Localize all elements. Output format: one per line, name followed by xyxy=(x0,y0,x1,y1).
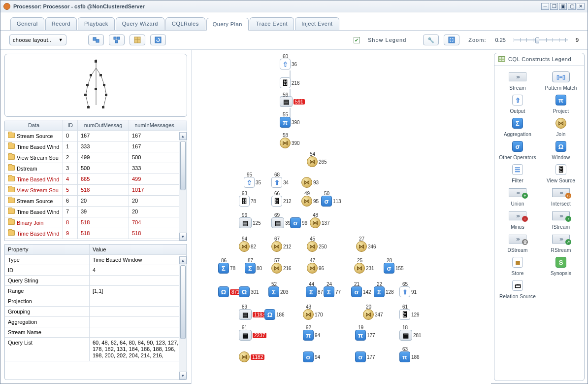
graph-node[interactable]: ⇧91 xyxy=(399,286,417,297)
tab-query-plan[interactable]: Query Plan xyxy=(206,18,249,31)
zoom-slider[interactable] xyxy=(514,35,568,44)
minimize-button[interactable]: ─ xyxy=(541,3,549,10)
graph-node[interactable]: π390 xyxy=(280,117,300,128)
tab-cqlrules[interactable]: CQLRules xyxy=(165,17,205,30)
property-row[interactable]: Query List60, 48, 62, 64, 80, 84, 90, 12… xyxy=(5,338,187,361)
col-value[interactable]: Value xyxy=(90,244,187,255)
col-property[interactable]: Property xyxy=(5,244,90,255)
graph-node[interactable]: ⇧34 xyxy=(271,177,289,188)
graph-node[interactable]: π94 xyxy=(303,330,320,341)
graph-node[interactable]: ⋈1182 xyxy=(239,351,264,362)
collapse-button[interactable] xyxy=(88,35,104,45)
property-row[interactable]: TypeTime Based Window xyxy=(5,255,187,265)
scroll-down-button[interactable]: ▾ xyxy=(179,233,187,241)
graph-node[interactable]: ⋈265 xyxy=(307,156,327,167)
graph-canvas[interactable]: ⇧36🗄216▤591π390⋈390⋈265⇧35⇧34⋈93🗄78🗄212⋈… xyxy=(192,50,491,384)
table-row[interactable]: View Stream Sou55181017 xyxy=(5,185,187,196)
graph-node[interactable]: ▤591 xyxy=(280,96,305,107)
graph-node[interactable]: π186 xyxy=(399,351,420,362)
graph-node[interactable]: ⋈347 xyxy=(363,309,383,320)
restore-button[interactable]: ▣ xyxy=(559,3,567,10)
table-row[interactable]: Time Based Wind73920 xyxy=(5,207,187,217)
graph-node[interactable]: ▤281 xyxy=(399,330,422,341)
settings-button[interactable]: 🔧 xyxy=(423,35,439,45)
property-row[interactable]: Stream Name xyxy=(5,327,187,338)
scroll-down-button[interactable]: ▾ xyxy=(179,372,187,380)
col-out[interactable]: numOutMessag xyxy=(78,120,129,131)
graph-node[interactable]: ⇧36 xyxy=(280,59,297,70)
graph-node[interactable]: ⋈82 xyxy=(239,241,256,252)
tab-general[interactable]: General xyxy=(10,17,44,30)
graph-node[interactable]: ⋈250 xyxy=(307,241,327,252)
graph-node[interactable]: σ96 xyxy=(290,217,307,228)
graph-node[interactable]: Σ128 xyxy=(374,286,394,297)
graph-node[interactable]: σ177 xyxy=(355,351,375,362)
scroll-thumb[interactable] xyxy=(180,265,186,339)
table-row[interactable]: Time Based Wind9518518 xyxy=(5,228,187,239)
grid-button[interactable] xyxy=(130,35,145,45)
graph-node[interactable]: ⋈231 xyxy=(354,263,374,274)
graph-node[interactable]: ⋈212 xyxy=(271,241,292,252)
graph-node[interactable]: 🗄216 xyxy=(280,77,300,88)
table-row[interactable]: Dstream3500333 xyxy=(5,163,187,174)
property-row[interactable]: Range[1,1] xyxy=(5,286,187,296)
scroll-thumb[interactable] xyxy=(180,141,186,190)
graph-node[interactable]: σ142 xyxy=(351,286,371,297)
fit-button[interactable] xyxy=(444,35,459,45)
graph-node[interactable]: ⋈390 xyxy=(280,138,300,148)
tab-trace-event[interactable]: Trace Event xyxy=(250,17,294,30)
graph-node[interactable]: Σ78 xyxy=(218,263,235,274)
tab-inject-event[interactable]: Inject Event xyxy=(295,17,339,30)
graph-node[interactable]: ▤125 xyxy=(239,217,261,228)
show-legend-checkbox[interactable]: ✔ xyxy=(354,37,360,43)
property-row[interactable]: ID4 xyxy=(5,265,187,276)
tab-query-wizard[interactable]: Query Wizard xyxy=(116,17,164,30)
property-row[interactable]: Projection xyxy=(5,296,187,307)
graph-node[interactable]: Σ203 xyxy=(268,286,289,297)
property-row[interactable]: Grouping xyxy=(5,307,187,317)
close-button[interactable]: ✕ xyxy=(577,3,585,10)
col-data[interactable]: Data xyxy=(5,120,63,131)
graph-node[interactable]: Σ80 xyxy=(245,263,262,274)
restore-down-button[interactable]: ❐ xyxy=(550,3,558,10)
property-row[interactable]: Query String xyxy=(5,276,187,286)
graph-node[interactable]: ⋈137 xyxy=(310,217,330,228)
graph-node[interactable]: ▤2237 xyxy=(239,330,266,341)
graph-node[interactable]: σ155 xyxy=(384,263,404,274)
scroll-up-button[interactable]: ▴ xyxy=(179,132,187,140)
graph-node[interactable]: ⋈96 xyxy=(307,263,324,274)
table-row[interactable]: Binary Join8518704 xyxy=(5,217,187,228)
slider-thumb[interactable] xyxy=(535,37,539,43)
table-row[interactable]: Time Based Wind1333167 xyxy=(5,141,187,152)
graph-node[interactable]: ⋈95 xyxy=(301,196,319,207)
graph-node[interactable]: Σ87 xyxy=(306,286,323,297)
table-scrollbar[interactable]: ▴ ▾ xyxy=(179,132,187,241)
table-row[interactable]: Stream Source62020 xyxy=(5,196,187,207)
graph-node[interactable]: Ω871 xyxy=(218,286,241,297)
graph-node[interactable]: ▤1183 xyxy=(239,309,266,320)
table-row[interactable]: View Stream Sou2499500 xyxy=(5,152,187,163)
graph-node[interactable]: Ω301 xyxy=(239,286,259,297)
table-row[interactable]: Time Based Wind4665499 xyxy=(5,174,187,185)
graph-node[interactable]: ⋈170 xyxy=(303,309,323,320)
property-row[interactable]: Aggregation xyxy=(5,317,187,327)
overview-panel[interactable] xyxy=(4,54,187,117)
graph-node[interactable]: ⋈216 xyxy=(271,263,292,274)
props-scrollbar[interactable]: ▴ ▾ xyxy=(179,256,187,380)
tab-record[interactable]: Record xyxy=(45,17,77,30)
expand-button[interactable] xyxy=(109,35,125,45)
scroll-up-button[interactable]: ▴ xyxy=(179,256,187,264)
graph-node[interactable]: Ω186 xyxy=(264,309,285,320)
col-id[interactable]: ID xyxy=(63,120,78,131)
graph-node[interactable]: σ94 xyxy=(303,351,320,362)
tab-playback[interactable]: Playback xyxy=(78,17,115,30)
graph-node[interactable]: Σ77 xyxy=(324,286,341,297)
refresh-button[interactable] xyxy=(150,35,166,45)
graph-node[interactable]: 🗄212 xyxy=(271,196,292,207)
layout-dropdown[interactable]: choose layout.. ▼ xyxy=(9,35,66,45)
graph-node[interactable]: σ113 xyxy=(321,196,341,207)
col-in[interactable]: numInMessages xyxy=(129,120,180,131)
graph-node[interactable]: ⋈93 xyxy=(301,177,319,188)
graph-node[interactable]: ⇧35 xyxy=(244,177,261,188)
graph-node[interactable]: ⋈346 xyxy=(356,241,376,252)
